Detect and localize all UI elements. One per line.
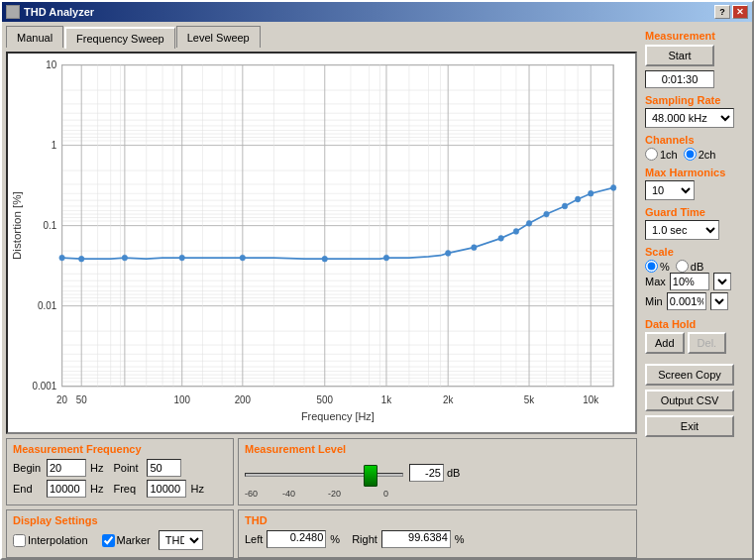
main-content: Manual Frequency Sweep Level Sweep xyxy=(2,22,752,560)
freq-unit: Hz xyxy=(190,483,203,495)
channel-2ch-label[interactable]: 2ch xyxy=(684,148,716,161)
channels-title: Channels xyxy=(645,134,744,146)
svg-text:0.001: 0.001 xyxy=(33,381,57,392)
scale-title: Scale xyxy=(645,246,744,258)
channel-2ch-radio[interactable] xyxy=(684,148,697,161)
action-buttons: Screen Copy Output CSV Exit xyxy=(645,364,744,437)
svg-text:1: 1 xyxy=(52,140,57,151)
svg-text:500: 500 xyxy=(317,394,334,405)
tab-frequency-sweep[interactable]: Frequency Sweep xyxy=(64,27,175,49)
thd-title: THD xyxy=(245,514,630,526)
time-display: 0:01:30 xyxy=(645,70,714,88)
begin-input[interactable] xyxy=(47,459,86,477)
max-harmonics-title: Max Harmonics xyxy=(645,167,744,178)
scale-max-select[interactable]: ▼ xyxy=(713,273,731,290)
start-button[interactable]: Start xyxy=(645,45,714,66)
sampling-rate-section: Sampling Rate 48.000 kHz 44.100 kHz 96.0… xyxy=(645,94,744,128)
measurement-level-panel: Measurement Level -60 -40 -20 0 dB xyxy=(238,438,637,505)
output-csv-button[interactable]: Output CSV xyxy=(645,390,734,411)
thd-right-value: 99.6384 xyxy=(381,530,451,548)
scale-percent-radio[interactable] xyxy=(645,260,658,273)
svg-text:5k: 5k xyxy=(524,394,535,405)
svg-point-92 xyxy=(59,255,64,261)
left-panel: Manual Frequency Sweep Level Sweep xyxy=(6,26,637,558)
guard-time-title: Guard Time xyxy=(645,206,744,218)
freq-label: Freq xyxy=(113,483,143,495)
end-label: End xyxy=(13,483,43,495)
scale-percent-label[interactable]: % xyxy=(645,260,670,273)
display-settings-panel: Display Settings Interpolation Marker TH… xyxy=(6,509,234,558)
interpolation-checkbox-label[interactable]: Interpolation xyxy=(13,534,88,547)
chart-svg: 10 1 0.1 0.01 0.001 20 50 100 200 500 1k… xyxy=(8,54,635,432)
marker-checkbox-label[interactable]: Marker xyxy=(102,534,151,547)
bottom-panels: Measurement Frequency Begin Hz Point End… xyxy=(6,438,637,505)
svg-text:10k: 10k xyxy=(583,394,599,405)
scale-max-input[interactable] xyxy=(670,273,709,290)
scale-min-input[interactable] xyxy=(667,292,706,310)
marker-select[interactable]: THD 2nd 3rd xyxy=(159,530,203,550)
tab-level-sweep[interactable]: Level Sweep xyxy=(176,26,261,48)
scale-db-radio[interactable] xyxy=(676,260,689,273)
interpolation-checkbox[interactable] xyxy=(13,534,26,547)
svg-point-93 xyxy=(78,256,83,262)
scale-min-label: Min xyxy=(645,295,663,307)
svg-text:0.1: 0.1 xyxy=(43,220,56,231)
svg-point-104 xyxy=(544,211,549,217)
thd-left-unit: % xyxy=(330,533,340,545)
window-title: THD Analyzer xyxy=(24,6,94,18)
meas-freq-title: Measurement Frequency xyxy=(13,443,227,455)
svg-text:2k: 2k xyxy=(443,394,454,405)
bottom-panels-2: Display Settings Interpolation Marker TH… xyxy=(6,509,637,558)
svg-point-102 xyxy=(513,229,518,235)
tab-manual[interactable]: Manual xyxy=(6,26,63,48)
thd-left-label: Left xyxy=(245,533,263,545)
svg-text:0.01: 0.01 xyxy=(38,300,56,311)
level-value-input[interactable] xyxy=(409,464,444,482)
main-window: THD Analyzer ? ✕ Manual Frequency Sweep … xyxy=(0,0,754,560)
measurement-section: Measurement Start 0:01:30 xyxy=(645,30,744,88)
screen-copy-button[interactable]: Screen Copy xyxy=(645,364,734,386)
chart-container: 10 1 0.1 0.01 0.001 20 50 100 200 500 1k… xyxy=(6,52,637,434)
svg-text:200: 200 xyxy=(235,394,252,405)
data-hold-section: Data Hold Add Del. xyxy=(645,318,744,354)
svg-text:100: 100 xyxy=(174,394,191,405)
app-icon xyxy=(6,5,20,19)
svg-point-94 xyxy=(122,255,127,261)
channel-1ch-label[interactable]: 1ch xyxy=(645,148,678,161)
end-input[interactable] xyxy=(47,480,86,498)
level-unit: dB xyxy=(447,467,460,479)
sampling-rate-select[interactable]: 48.000 kHz 44.100 kHz 96.000 kHz xyxy=(645,108,734,128)
max-harmonics-select[interactable]: 10 5 20 xyxy=(645,180,695,200)
channels-section: Channels 1ch 2ch xyxy=(645,134,744,161)
svg-text:Frequency [Hz]: Frequency [Hz] xyxy=(301,410,375,422)
thd-left-value: 0.2480 xyxy=(267,530,326,548)
svg-point-98 xyxy=(383,255,388,261)
scale-db-label[interactable]: dB xyxy=(676,260,703,273)
svg-point-97 xyxy=(322,256,327,262)
display-settings-title: Display Settings xyxy=(13,514,227,526)
title-bar: THD Analyzer ? ✕ xyxy=(2,2,752,22)
channel-1ch-radio[interactable] xyxy=(645,148,658,161)
scale-min-select[interactable]: ▼ xyxy=(710,292,728,310)
freq-input[interactable] xyxy=(147,480,186,498)
point-input[interactable] xyxy=(147,459,181,477)
thd-right-label: Right xyxy=(352,533,377,545)
close-button[interactable]: ✕ xyxy=(732,5,748,19)
del-button[interactable]: Del. xyxy=(688,332,727,354)
add-button[interactable]: Add xyxy=(645,332,685,354)
measurement-frequency-panel: Measurement Frequency Begin Hz Point End… xyxy=(6,438,234,505)
svg-point-99 xyxy=(445,251,450,257)
scale-section: Scale % dB Max ▼ Min xyxy=(645,246,744,312)
exit-button[interactable]: Exit xyxy=(645,415,734,437)
begin-label: Begin xyxy=(13,462,43,474)
marker-checkbox[interactable] xyxy=(102,534,115,547)
svg-point-95 xyxy=(179,255,184,261)
max-harmonics-section: Max Harmonics 10 5 20 xyxy=(645,167,744,200)
help-button[interactable]: ? xyxy=(714,5,730,19)
svg-text:Distortion [%]: Distortion [%] xyxy=(11,191,23,260)
svg-point-103 xyxy=(526,220,531,226)
svg-text:10: 10 xyxy=(46,59,56,70)
svg-point-105 xyxy=(562,203,567,209)
right-panel: Measurement Start 0:01:30 Sampling Rate … xyxy=(641,26,748,558)
guard-time-select[interactable]: 1.0 sec 0.5 sec 2.0 sec xyxy=(645,220,719,240)
